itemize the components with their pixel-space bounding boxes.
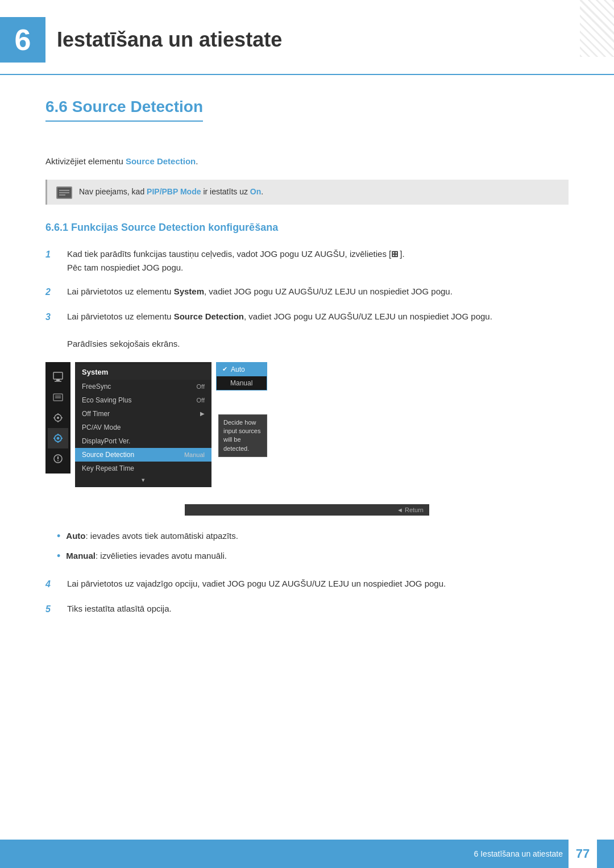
submenu-popup: ✔ Auto Manual: [216, 362, 267, 391]
footer-page-number: 77: [569, 840, 597, 868]
menu-icon-3: [48, 408, 68, 428]
menu-label-keyrepeat: Key Repeat Time: [82, 464, 134, 472]
subsection-heading: 6.6.1 Funkcijas Source Detection konfigu…: [45, 222, 569, 234]
submenu-auto: ✔ Auto: [217, 363, 267, 376]
return-row: [267, 362, 569, 487]
submenu-area: ✔ Auto Manual Decide how input sources w…: [216, 362, 267, 462]
bullet-dot-auto: •: [57, 529, 60, 543]
step2-bold: System: [174, 286, 204, 296]
submenu-check-auto: ✔: [222, 366, 227, 373]
footer-text: 6 Iestatīšana un atiestate: [474, 849, 563, 858]
note-text-middle: ir iestatīts uz: [201, 187, 250, 196]
svg-rect-10: [55, 397, 61, 398]
bullet-item-manual: • Manual: izvēlieties ievades avotu manu…: [57, 549, 569, 563]
menu-value-freesync: Off: [197, 383, 205, 390]
step3-bold: Source Detection: [174, 312, 244, 321]
menu-label-freesync: FreeSync: [82, 383, 111, 391]
svg-rect-7: [55, 381, 61, 382]
step-2: 2 Lai pārvietotos uz elementu System, va…: [45, 285, 569, 300]
menu-row-freesync: FreeSync Off: [75, 380, 211, 393]
intro-text-after: .: [196, 156, 198, 166]
menu-row-keyrepeat: Key Repeat Time: [75, 462, 211, 475]
intro-paragraph: Aktivizējiet elementu Source Detection.: [45, 155, 569, 168]
decorative-diagonal: [580, 0, 614, 57]
menu-row-sourcedetection: Source Detection Manual: [75, 448, 211, 462]
step-4: 4 Lai pārvietotos uz vajadzīgo opciju, v…: [45, 577, 569, 592]
menu-label-offtimer: Off Timer: [82, 410, 110, 418]
bullet-item-auto: • Auto: ievades avots tiek automātiski a…: [57, 529, 569, 543]
menu-label-displayport: DisplayPort Ver.: [82, 437, 130, 445]
tooltip-text: Decide how input sources will be detecte…: [223, 419, 260, 452]
svg-rect-6: [56, 379, 60, 381]
svg-rect-5: [53, 372, 63, 379]
subsection-number: 6.6.1: [45, 222, 68, 233]
bullet-after-auto: : ievades avots tiek automātiski atpazīt…: [85, 531, 238, 541]
bullet-dot-manual: •: [57, 549, 60, 563]
note-box: Nav pieejams, kad PIP/PBP Mode ir iestat…: [45, 180, 569, 205]
section-heading: 6.6 Source Detection: [45, 98, 203, 122]
steps-after-list: 4 Lai pārvietotos uz vajadzīgo opciju, v…: [45, 577, 569, 616]
intro-bold-term: Source Detection: [126, 156, 196, 166]
svg-rect-9: [55, 396, 61, 397]
menu-arrow-offtimer: ▶: [200, 410, 205, 417]
menu-scroll-down: ▾: [75, 475, 211, 485]
bullet-text-auto: Auto: ievades avots tiek automātiski atp…: [66, 529, 238, 543]
bullet-list: • Auto: ievades avots tiek automātiski a…: [57, 529, 569, 563]
menu-value-ecosaving: Off: [197, 397, 205, 404]
chapter-header: 6 Iestatīšana un atiestate: [0, 0, 614, 75]
menu-icon-5: [48, 448, 68, 469]
menu-icon-2: [48, 387, 68, 408]
step-3: 3 Lai pārvietotos uz elementu Source Det…: [45, 310, 569, 351]
menu-label-pcav: PC/AV Mode: [82, 423, 121, 431]
return-label: ◄ Return: [397, 506, 424, 513]
bullet-bold-manual: Manual: [66, 551, 96, 560]
note-icon: [56, 186, 72, 199]
note-text-after: .: [261, 187, 263, 196]
step-number-5: 5: [45, 602, 63, 617]
menu-screenshot-container: System FreeSync Off Eco Saving Plus Off …: [45, 362, 569, 487]
subsection-title: Funkcijas Source Detection konfigurēšana: [71, 222, 278, 233]
step-number-4: 4: [45, 577, 63, 592]
note-bold-term2: On: [250, 187, 261, 196]
chapter-number-box: 6: [0, 17, 45, 63]
menu-screenshot: System FreeSync Off Eco Saving Plus Off …: [45, 362, 267, 487]
note-bold-term: PIP/PBP Mode: [147, 187, 201, 196]
step-number-3: 3: [45, 310, 63, 325]
menu-icon-bar: [45, 362, 70, 474]
return-bar: ◄ Return: [185, 504, 429, 516]
menu-value-sourcedetection: Manual: [184, 451, 205, 458]
menu-row-displayport: DisplayPort Ver.: [75, 434, 211, 448]
menu-icon-4-active: [48, 428, 68, 448]
return-bar-container: ◄ Return: [45, 504, 569, 516]
menu-label-sourcedetection: Source Detection: [82, 451, 134, 459]
step-number-2: 2: [45, 285, 63, 300]
bullet-after-manual: : izvēlieties ievades avotu manuāli.: [96, 551, 227, 560]
page-footer: 6 Iestatīšana un atiestate 77: [0, 840, 614, 868]
svg-point-25: [57, 460, 59, 461]
menu-icon-1: [48, 367, 68, 387]
step-text-2: Lai pārvietotos uz elementu System, vadi…: [67, 285, 569, 298]
chapter-number: 6: [15, 23, 31, 57]
step-text-1: Kad tiek parādīts funkcijas taustiņu ceļ…: [67, 247, 569, 275]
menu-label-ecosaving: Eco Saving Plus: [82, 396, 131, 404]
section-heading-container: 6.6 Source Detection: [45, 98, 569, 139]
svg-point-12: [57, 417, 59, 419]
menu-row-pcav: PC/AV Mode: [75, 421, 211, 434]
step-1: 1 Kad tiek parādīts funkcijas taustiņu c…: [45, 247, 569, 275]
step-5: 5 Tiks iestatīta atlasītā opcija.: [45, 602, 569, 617]
section-number: 6.6: [45, 98, 68, 115]
section-title: Source Detection: [72, 98, 203, 115]
bullet-text-manual: Manual: izvēlieties ievades avotu manuāl…: [66, 549, 227, 563]
step-text-4: Lai pārvietotos uz vajadzīgo opciju, vad…: [67, 577, 569, 591]
menu-panel: System FreeSync Off Eco Saving Plus Off …: [75, 362, 211, 487]
chapter-title: Iestatīšana un atiestate: [57, 28, 282, 52]
tooltip-box: Decide how input sources will be detecte…: [218, 414, 267, 458]
step-text-5: Tiks iestatīta atlasītā opcija.: [67, 602, 569, 616]
menu-row-offtimer: Off Timer ▶: [75, 407, 211, 421]
svg-point-18: [57, 437, 60, 439]
submenu-manual: Manual: [217, 376, 267, 390]
submenu-label-manual: Manual: [230, 379, 252, 387]
menu-row-ecosaving: Eco Saving Plus Off: [75, 393, 211, 407]
intro-text-before: Aktivizējiet elementu: [45, 156, 126, 166]
note-text: Nav pieejams, kad PIP/PBP Mode ir iestat…: [79, 185, 263, 198]
